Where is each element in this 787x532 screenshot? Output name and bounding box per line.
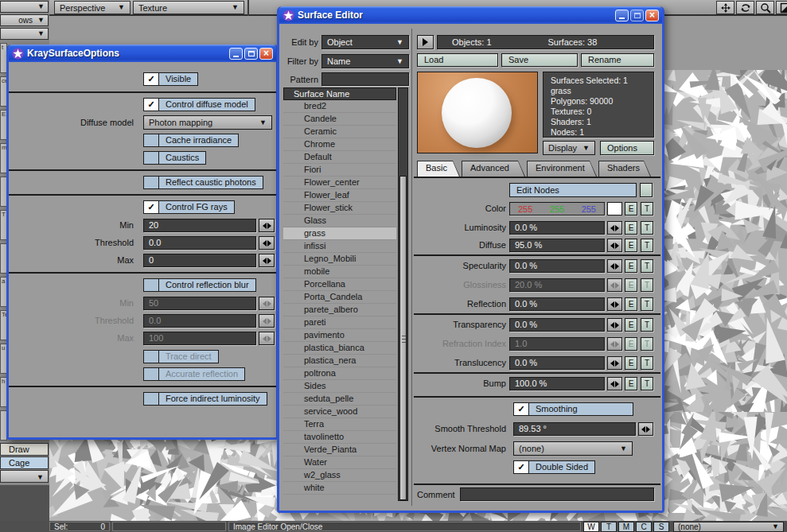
tab-advanced[interactable]: Advanced (462, 161, 525, 177)
force-indirect-checkbox[interactable]: Force indirect luminosity (143, 392, 267, 406)
list-item[interactable]: pareti (283, 316, 396, 329)
luminosity-field[interactable]: 0.0 % (509, 221, 605, 235)
minimize-button[interactable] (229, 48, 243, 60)
transparency-field[interactable]: 0.0 % (509, 318, 605, 332)
tab-basic[interactable]: Basic (417, 161, 460, 177)
sidebar-dropdown-partial[interactable]: ▼ (0, 28, 49, 40)
list-item[interactable]: white (283, 482, 396, 495)
list-item[interactable]: Flower_center (283, 177, 396, 189)
maximize-button[interactable] (244, 48, 258, 60)
list-item[interactable]: plastica_bianca (283, 342, 396, 355)
mode-button-t[interactable]: T (601, 522, 617, 532)
zoom-view-button[interactable] (756, 1, 774, 14)
bump-field[interactable]: 100.0 % (509, 377, 605, 390)
sidebar-draw-button[interactable]: Draw (0, 443, 49, 456)
list-item[interactable]: service_wood (283, 406, 396, 418)
list-item[interactable]: mobile (283, 266, 396, 278)
list-item[interactable]: Legno_Mobili (283, 253, 396, 266)
list-item[interactable]: Flower_stick (283, 202, 396, 215)
sidebar-dropdown-partial[interactable]: ▼ (0, 1, 49, 13)
transparency-envelope-button[interactable]: E (625, 318, 637, 332)
fg-threshold-field[interactable]: 0.0 (143, 236, 256, 250)
specularity-texture-button[interactable]: T (641, 259, 653, 273)
reflection-texture-button[interactable]: T (641, 297, 653, 311)
fg-threshold-stepper[interactable] (259, 236, 275, 250)
visible-checkbox[interactable]: ✓ Visible (143, 72, 198, 86)
rotate-view-button[interactable] (736, 1, 754, 14)
list-item[interactable]: Porta_Candela (283, 291, 396, 304)
diffuse-field[interactable]: 95.0 % (509, 239, 605, 252)
transparency-stepper[interactable] (607, 318, 622, 332)
display-dropdown[interactable]: Display ▼ (543, 141, 595, 155)
pattern-input[interactable] (321, 72, 409, 86)
filter-by-dropdown[interactable]: Name ▼ (321, 54, 409, 68)
list-item[interactable]: Default (283, 151, 396, 164)
translucency-stepper[interactable] (607, 356, 622, 370)
color-rgb-field[interactable]: 255 255 255 (509, 202, 605, 216)
diffuse-texture-button[interactable]: T (641, 239, 653, 252)
close-button[interactable]: × (259, 48, 273, 60)
luminosity-stepper[interactable] (607, 221, 622, 235)
caustics-checkbox[interactable]: Caustics (143, 151, 206, 165)
list-item[interactable]: pavimento (283, 329, 396, 342)
list-item[interactable]: parete_albero (283, 304, 396, 316)
mode-button-s[interactable]: S (653, 522, 669, 532)
list-item[interactable]: Terra (283, 418, 396, 431)
list-item[interactable]: Chrome (283, 138, 396, 151)
color-swatch[interactable] (607, 202, 622, 216)
specularity-field[interactable]: 0.0 % (509, 259, 605, 273)
diffuse-model-dropdown[interactable]: Photon mapping ▼ (143, 115, 272, 130)
smooth-threshold-field[interactable]: 89.53 ° (513, 422, 636, 436)
list-item[interactable]: w2_glass (283, 469, 396, 482)
minimize-button[interactable] (615, 10, 629, 21)
rename-button[interactable]: Rename (581, 53, 654, 67)
list-item[interactable]: Porcellana (283, 278, 396, 291)
color-texture-button[interactable]: T (641, 202, 653, 216)
fg-max-field[interactable]: 0 (143, 254, 256, 267)
fg-max-stepper[interactable] (259, 254, 275, 267)
tab-environment[interactable]: Environment (527, 161, 597, 177)
surface-preview[interactable] (417, 72, 538, 153)
list-item[interactable]: Glass (283, 215, 396, 227)
comment-input[interactable] (460, 487, 654, 501)
bump-stepper[interactable] (607, 377, 622, 390)
transparency-texture-button[interactable]: T (641, 318, 653, 332)
list-item[interactable]: Fiori (283, 164, 396, 177)
list-item[interactable]: infissi (283, 240, 396, 253)
smooth-threshold-stepper[interactable] (638, 422, 653, 436)
list-item[interactable]: seduta_pelle (283, 393, 396, 406)
list-item[interactable]: bred2 (283, 100, 396, 113)
translucency-field[interactable]: 0.0 % (509, 356, 605, 370)
sidebar-dropdown-button[interactable]: ▼ (0, 470, 49, 483)
list-item[interactable]: tavolinetto (283, 431, 396, 444)
render-mode-dropdown[interactable]: Texture ▼ (133, 1, 244, 14)
list-item[interactable]: plastica_nera (283, 355, 396, 367)
color-envelope-button[interactable]: E (625, 202, 637, 216)
list-item[interactable]: Verde_Pianta (283, 444, 396, 456)
surface-list-expand-button[interactable] (417, 35, 434, 49)
surface-list-scrollbar[interactable] (398, 87, 408, 501)
list-item[interactable]: Ceramic (283, 126, 396, 138)
translucency-texture-button[interactable]: T (641, 356, 653, 370)
view-mode-dropdown[interactable]: Perspective ▼ (54, 1, 131, 14)
mode-button-m[interactable]: M (618, 522, 634, 532)
luminosity-envelope-button[interactable]: E (625, 221, 637, 235)
translucency-envelope-button[interactable]: E (625, 356, 637, 370)
fg-min-stepper[interactable] (259, 219, 275, 232)
smoothing-checkbox[interactable]: ✓ Smoothing (513, 402, 633, 416)
specularity-envelope-button[interactable]: E (625, 259, 637, 273)
list-item[interactable]: poltrona (283, 367, 396, 380)
edit-nodes-toggle[interactable] (640, 183, 653, 197)
reflection-envelope-button[interactable]: E (625, 297, 637, 311)
diffuse-envelope-button[interactable]: E (625, 239, 637, 252)
reflection-field[interactable]: 0.0 % (509, 297, 605, 311)
double-sided-checkbox[interactable]: ✓ Double Sided (513, 460, 595, 474)
list-item[interactable]: Candele (283, 113, 396, 126)
fg-min-field[interactable]: 20 (143, 219, 256, 232)
maximize-viewport-button[interactable] (776, 1, 787, 14)
reflect-caustic-checkbox[interactable]: Reflect caustic photons (143, 176, 263, 189)
list-item[interactable]: Water (283, 456, 396, 469)
save-button[interactable]: Save (501, 53, 578, 67)
options-button[interactable]: Options (600, 141, 654, 155)
surface-editor-titlebar[interactable]: Surface Editor × (279, 6, 662, 24)
